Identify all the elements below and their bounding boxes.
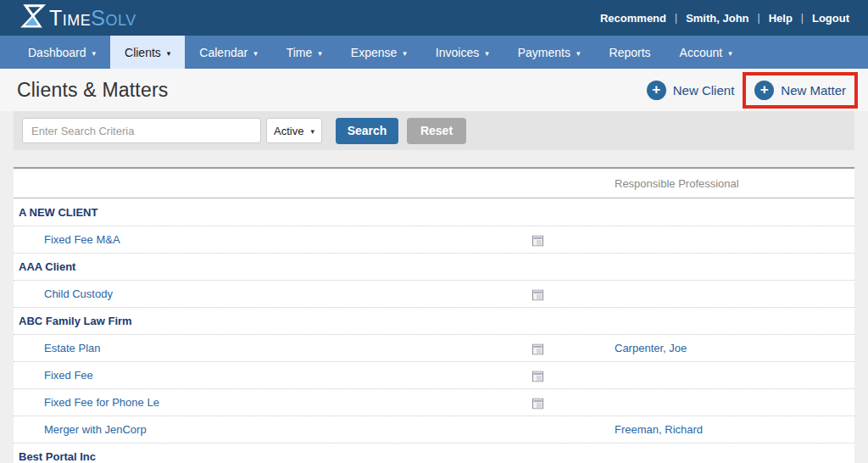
billing-schedule-icon[interactable]	[532, 288, 543, 299]
chevron-down-icon: ▾	[318, 49, 322, 58]
chevron-down-icon: ▾	[403, 49, 407, 58]
matter-name-link[interactable]: Child Custody	[44, 281, 113, 307]
separator: |	[758, 12, 760, 24]
matter-name-link[interactable]: Estate Plan	[44, 335, 101, 361]
topbar: TimeSolv Recommend|Smith, John|Help|Logo…	[0, 0, 868, 36]
matter-name-link[interactable]: Fixed Fee M&A	[44, 226, 120, 253]
client-row-best-portal-inc: Best Portal Inc	[14, 443, 854, 463]
billing-schedule-icon[interactable]	[532, 397, 543, 408]
nav-item-label: Calendar	[199, 46, 248, 59]
matter-name-link[interactable]: Fixed Fee for Phone Le	[44, 389, 159, 416]
billing-schedule-icon[interactable]	[532, 234, 543, 245]
hourglass-logo-icon	[19, 3, 46, 33]
header-actions: + New Client + New Matter	[647, 72, 858, 109]
nav-item-dashboard[interactable]: Dashboard▾	[14, 36, 110, 69]
table-header-row: Responsible Professional	[14, 169, 854, 198]
nav-item-calendar[interactable]: Calendar▾	[185, 36, 271, 69]
matter-name-link[interactable]: Merger with JenCorp	[44, 416, 147, 443]
nav-item-reports[interactable]: Reports	[595, 36, 665, 69]
nav-item-clients[interactable]: Clients▾	[110, 36, 185, 69]
matter-name-link[interactable]: Fixed Fee	[44, 362, 93, 388]
nav-item-label: Account	[680, 46, 723, 59]
chevron-down-icon: ▾	[576, 49, 581, 58]
nav-item-label: Time	[287, 46, 313, 59]
plus-circle-icon: +	[754, 81, 774, 100]
nav-item-label: Invoices	[436, 46, 479, 59]
nav-item-account[interactable]: Account▾	[665, 36, 747, 69]
search-button[interactable]: Search	[336, 118, 398, 144]
timesolv-logo[interactable]: TimeSolv	[19, 3, 136, 33]
matter-row-fixed-fee: Fixed Fee	[14, 361, 854, 388]
logo-text: TimeSolv	[49, 8, 136, 29]
clients-matters-table: Responsible Professional A NEW CLIENTFix…	[14, 167, 854, 463]
client-name-link[interactable]: ABC Family Law Firm	[19, 308, 132, 334]
chevron-down-icon: ▾	[728, 49, 732, 58]
billing-schedule-icon[interactable]	[532, 343, 543, 354]
nav-item-payments[interactable]: Payments▾	[504, 36, 595, 69]
chevron-down-icon: ▾	[253, 49, 258, 58]
separator: |	[675, 12, 677, 24]
chevron-down-icon: ▾	[92, 49, 97, 58]
chevron-down-icon: ▾	[310, 127, 314, 136]
nav-item-label: Expense	[351, 46, 397, 59]
client-name-link[interactable]: A NEW CLIENT	[19, 198, 97, 226]
new-client-label: New Client	[673, 83, 735, 98]
search-strip: Active ▾ Search Reset	[14, 111, 854, 150]
matter-row-estate-plan: Estate PlanCarpenter, Joe	[14, 334, 854, 361]
page-header: Clients & Matters + New Client + New Mat…	[0, 69, 868, 111]
status-filter-value: Active	[274, 125, 303, 137]
client-name-link[interactable]: Best Portal Inc	[19, 443, 96, 463]
matter-row-fixed-fee-m-a: Fixed Fee M&A	[14, 226, 854, 253]
matter-row-child-custody: Child Custody	[14, 280, 854, 307]
topbar-links: Recommend|Smith, John|Help|Logout	[600, 12, 849, 25]
new-matter-button[interactable]: + New Matter	[754, 81, 846, 100]
page-title: Clients & Matters	[17, 79, 169, 102]
client-row-aaa-client: AAA Client	[14, 253, 854, 280]
chevron-down-icon: ▾	[167, 49, 171, 58]
responsible-professional-header: Responsible Professional	[615, 169, 739, 198]
red-highlight-box: + New Matter	[743, 72, 858, 109]
chevron-down-icon: ▾	[485, 49, 489, 58]
nav-item-time[interactable]: Time▾	[272, 36, 337, 69]
nav-item-label: Reports	[609, 46, 651, 59]
nav-item-label: Clients	[125, 46, 161, 59]
topbar-link-logout[interactable]: Logout	[812, 12, 849, 25]
table-body: A NEW CLIENTFixed Fee M&AAAA ClientChild…	[14, 198, 854, 463]
nav-item-invoices[interactable]: Invoices▾	[421, 36, 504, 69]
content-card: Responsible Professional A NEW CLIENTFix…	[14, 167, 854, 463]
matter-row-fixed-fee-for-phone-le: Fixed Fee for Phone Le	[14, 388, 854, 416]
billing-schedule-icon[interactable]	[532, 370, 543, 381]
reset-button[interactable]: Reset	[407, 118, 466, 144]
status-filter-select[interactable]: Active ▾	[266, 118, 322, 143]
main-navbar: Dashboard▾Clients▾Calendar▾Time▾Expense▾…	[0, 36, 868, 69]
client-row-a-new-client: A NEW CLIENT	[14, 198, 854, 226]
responsible-professional-link[interactable]: Carpenter, Joe	[615, 335, 687, 361]
new-client-button[interactable]: + New Client	[647, 81, 735, 100]
search-input[interactable]	[22, 118, 261, 143]
plus-circle-icon: +	[647, 81, 666, 100]
responsible-professional-link[interactable]: Freeman, Richard	[615, 416, 703, 443]
matter-row-merger-with-jencorp: Merger with JenCorpFreeman, Richard	[14, 416, 854, 443]
nav-item-label: Dashboard	[28, 46, 86, 59]
nav-item-label: Payments	[518, 46, 570, 59]
client-row-abc-family-law-firm: ABC Family Law Firm	[14, 307, 854, 334]
separator: |	[801, 12, 804, 24]
new-matter-label: New Matter	[781, 83, 846, 98]
topbar-link-recommend[interactable]: Recommend	[600, 12, 666, 25]
nav-item-expense[interactable]: Expense▾	[337, 36, 421, 69]
topbar-link-help[interactable]: Help	[769, 12, 793, 25]
topbar-link-smith-john[interactable]: Smith, John	[686, 12, 748, 25]
client-name-link[interactable]: AAA Client	[19, 254, 75, 280]
